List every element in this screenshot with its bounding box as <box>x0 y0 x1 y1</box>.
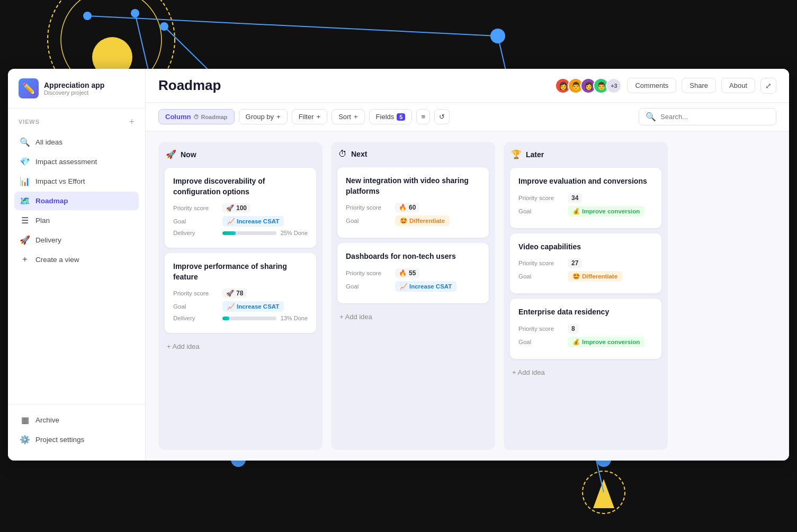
card-improve-evaluation: Improve evaluation and conversions Prior… <box>510 168 661 228</box>
search-box: 🔍 <box>639 108 776 125</box>
card-2-goal-emoji: 📈 <box>227 303 235 310</box>
share-button[interactable]: Share <box>682 78 716 93</box>
sidebar-item-roadmap[interactable]: 🗺️ Roadmap <box>14 192 139 210</box>
plan-icon: ☰ <box>20 215 30 226</box>
card-2-score-emoji: 🚀 <box>226 290 234 297</box>
column-label: Column <box>165 113 191 121</box>
priority-label-4: Priority score <box>346 270 391 276</box>
card-new-integration: New integration with video sharing platf… <box>337 167 489 238</box>
card-6-score-value: 27 <box>571 259 578 267</box>
delivery-label-2: Delivery <box>173 315 218 321</box>
card-2-goal: 📈 Increase CSAT <box>222 301 284 312</box>
card-6-title: Video capabilities <box>518 242 653 253</box>
card-3-goal-emoji: 🤩 <box>400 217 407 224</box>
column-now-title: Now <box>181 150 196 159</box>
add-idea-next[interactable]: + Add idea <box>337 309 489 325</box>
card-2-progress-track <box>222 317 276 320</box>
fields-button[interactable]: Fields 5 <box>369 109 413 124</box>
card-5-goal-field: Goal 💰 Improve conversion <box>518 206 653 217</box>
all-ideas-icon: 🔍 <box>20 137 30 147</box>
column-next-title: Next <box>351 150 367 158</box>
sidebar-item-plan[interactable]: ☰ Plan <box>14 211 139 230</box>
roadmap-tag: ⏱ Roadmap <box>193 114 227 120</box>
main-content: Roadmap 👩 👨 👩 👨 +3 Comments Share About … <box>146 69 789 461</box>
card-5-goal-emoji: 💰 <box>572 208 580 215</box>
app-subtitle: Discovery project <box>44 89 104 96</box>
list-view-button[interactable]: ≡ <box>416 109 430 124</box>
archive-nav-item[interactable]: ▦ Archive <box>14 411 139 429</box>
card-7-goal-label: Improve conversion <box>582 339 640 345</box>
goal-label-5: Goal <box>518 208 563 214</box>
priority-label-6: Priority score <box>518 260 563 266</box>
page-title: Roadmap <box>158 77 221 94</box>
roadmap-label: Roadmap <box>35 197 68 205</box>
add-idea-later[interactable]: + Add idea <box>510 364 661 381</box>
card-2-progress-fill <box>222 317 229 320</box>
svg-marker-12 <box>593 479 614 508</box>
impact-assessment-icon: 💎 <box>20 157 30 167</box>
search-input[interactable] <box>660 113 769 121</box>
card-dashboards: Dashboards for non-tech users Priority s… <box>337 243 489 303</box>
sort-button[interactable]: Sort + <box>332 109 364 124</box>
column-later-header: 🏆 Later <box>510 149 661 163</box>
main-header: Roadmap 👩 👨 👩 👨 +3 Comments Share About … <box>146 69 789 103</box>
column-now: 🚀 Now Improve discoverability of configu… <box>158 142 323 450</box>
column-next-icon: ⏱ <box>338 149 347 159</box>
card-1-score: 🚀 100 <box>222 203 250 213</box>
create-view-label: Create a view <box>35 256 79 264</box>
card-5-goal: 💰 Improve conversion <box>568 206 644 217</box>
create-view-icon: + <box>20 255 30 264</box>
sidebar-item-create-view[interactable]: + Create a view <box>14 250 139 268</box>
goal-label-1: Goal <box>173 218 218 224</box>
filter-label: Filter <box>299 113 314 121</box>
app-title: Appreciation app <box>44 81 104 89</box>
card-4-score: 🔥 55 <box>395 268 419 278</box>
add-view-icon[interactable]: + <box>129 117 135 127</box>
column-button[interactable]: Column ⏱ Roadmap <box>158 109 235 124</box>
card-2-goal-label: Increase CSAT <box>237 303 279 310</box>
app-window: ✏️ Appreciation app Discovery project VI… <box>8 69 789 461</box>
card-1-score-emoji: 🚀 <box>226 204 234 212</box>
card-5-score-value: 34 <box>571 194 578 202</box>
refresh-button[interactable]: ↺ <box>434 109 450 124</box>
card-4-score-emoji: 🔥 <box>399 269 407 277</box>
priority-label-3: Priority score <box>346 204 391 211</box>
group-by-button[interactable]: Group by + <box>239 109 288 124</box>
card-3-goal-field: Goal 🤩 Differentiate <box>346 215 480 226</box>
card-7-score-value: 8 <box>571 325 575 332</box>
card-1-goal-label: Increase CSAT <box>237 218 279 224</box>
settings-icon: ⚙️ <box>20 435 30 445</box>
delivery-label-1: Delivery <box>173 230 218 236</box>
svg-point-3 <box>131 9 139 17</box>
column-later-title: Later <box>526 150 544 159</box>
list-view-icon: ≡ <box>421 113 425 121</box>
card-5-score: 34 <box>568 193 582 203</box>
card-2-progress-text: 13% Done <box>281 315 308 321</box>
plan-label: Plan <box>35 217 50 224</box>
expand-button[interactable]: ⤢ <box>760 78 776 94</box>
views-label: VIEWS <box>19 119 40 125</box>
goal-label-7: Goal <box>518 339 563 345</box>
card-7-goal: 💰 Improve conversion <box>568 337 644 347</box>
card-2-score-value: 78 <box>236 290 243 297</box>
about-button[interactable]: About <box>721 78 755 93</box>
project-settings-nav-item[interactable]: ⚙️ Project settings <box>14 430 139 449</box>
filter-button[interactable]: Filter + <box>292 109 327 124</box>
svg-point-2 <box>83 12 92 20</box>
card-improve-discoverability: Improve discoverability of configuration… <box>165 168 316 248</box>
views-header: VIEWS + <box>8 109 145 131</box>
logo-icon: ✏️ <box>19 78 39 98</box>
priority-label-5: Priority score <box>518 195 563 201</box>
add-idea-now[interactable]: + Add idea <box>165 338 316 355</box>
card-1-goal-field: Goal 📈 Increase CSAT <box>173 216 308 227</box>
sidebar-item-impact-assessment[interactable]: 💎 Impact assessment <box>14 152 139 171</box>
comments-button[interactable]: Comments <box>627 78 676 93</box>
header-right: 👩 👨 👩 👨 +3 Comments Share About ⤢ <box>555 78 776 94</box>
sidebar-item-impact-vs-effort[interactable]: 📊 Impact vs Effort <box>14 172 139 191</box>
priority-label-7: Priority score <box>518 326 563 332</box>
card-1-delivery-field: Delivery 25% Done <box>173 230 308 236</box>
all-ideas-label: All ideas <box>35 138 62 146</box>
sidebar: ✏️ Appreciation app Discovery project VI… <box>8 69 146 461</box>
sidebar-item-all-ideas[interactable]: 🔍 All ideas <box>14 133 139 151</box>
sidebar-item-delivery[interactable]: 🚀 Delivery <box>14 231 139 249</box>
